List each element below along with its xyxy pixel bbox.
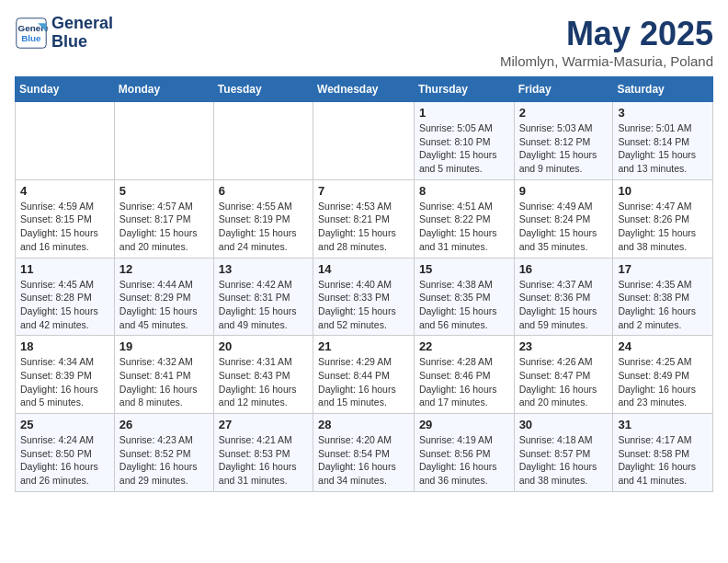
day-number: 19 — [119, 339, 209, 353]
day-number: 12 — [119, 262, 209, 276]
calendar-cell: 6Sunrise: 4:55 AM Sunset: 8:19 PM Daylig… — [213, 179, 313, 258]
day-info: Sunrise: 4:45 AM Sunset: 8:28 PM Dayligh… — [20, 278, 109, 332]
day-info: Sunrise: 4:55 AM Sunset: 8:19 PM Dayligh… — [219, 200, 308, 254]
logo-text: General Blue — [51, 15, 113, 52]
calendar-cell: 30Sunrise: 4:18 AM Sunset: 8:57 PM Dayli… — [514, 414, 613, 492]
day-info: Sunrise: 4:42 AM Sunset: 8:31 PM Dayligh… — [219, 278, 308, 332]
calendar-cell: 21Sunrise: 4:29 AM Sunset: 8:44 PM Dayli… — [313, 336, 415, 414]
calendar-cell: 24Sunrise: 4:25 AM Sunset: 8:49 PM Dayli… — [613, 336, 713, 414]
calendar-cell: 25Sunrise: 4:24 AM Sunset: 8:50 PM Dayli… — [16, 414, 115, 492]
day-header-friday: Friday — [514, 77, 613, 102]
calendar-cell: 2Sunrise: 5:03 AM Sunset: 8:12 PM Daylig… — [514, 102, 613, 180]
day-header-wednesday: Wednesday — [313, 77, 415, 102]
calendar-cell: 17Sunrise: 4:35 AM Sunset: 8:38 PM Dayli… — [613, 258, 713, 336]
day-number: 3 — [618, 106, 708, 120]
day-info: Sunrise: 5:01 AM Sunset: 8:14 PM Dayligh… — [618, 121, 708, 176]
day-info: Sunrise: 4:31 AM Sunset: 8:43 PM Dayligh… — [219, 355, 308, 409]
calendar-cell — [16, 102, 115, 180]
calendar-cell: 14Sunrise: 4:40 AM Sunset: 8:33 PM Dayli… — [313, 258, 415, 336]
day-info: Sunrise: 4:17 AM Sunset: 8:58 PM Dayligh… — [618, 433, 708, 488]
calendar-cell: 8Sunrise: 4:51 AM Sunset: 8:22 PM Daylig… — [414, 179, 514, 258]
day-info: Sunrise: 4:28 AM Sunset: 8:46 PM Dayligh… — [419, 355, 509, 409]
calendar-cell: 28Sunrise: 4:20 AM Sunset: 8:54 PM Dayli… — [313, 414, 415, 492]
calendar-cell: 31Sunrise: 4:17 AM Sunset: 8:58 PM Dayli… — [613, 414, 713, 492]
calendar-cell: 13Sunrise: 4:42 AM Sunset: 8:31 PM Dayli… — [213, 258, 313, 336]
day-info: Sunrise: 4:49 AM Sunset: 8:24 PM Dayligh… — [519, 200, 609, 254]
day-header-saturday: Saturday — [613, 77, 713, 102]
calendar-cell: 3Sunrise: 5:01 AM Sunset: 8:14 PM Daylig… — [613, 102, 713, 180]
day-header-sunday: Sunday — [16, 77, 115, 102]
calendar-table: SundayMondayTuesdayWednesdayThursdayFrid… — [15, 76, 713, 492]
day-number: 13 — [219, 262, 308, 276]
day-header-monday: Monday — [114, 77, 213, 102]
day-info: Sunrise: 4:29 AM Sunset: 8:44 PM Dayligh… — [318, 355, 409, 409]
logo-icon: General Blue — [15, 17, 48, 50]
calendar-cell: 19Sunrise: 4:32 AM Sunset: 8:41 PM Dayli… — [114, 336, 213, 414]
day-number: 9 — [519, 184, 609, 198]
day-info: Sunrise: 4:24 AM Sunset: 8:50 PM Dayligh… — [20, 433, 109, 488]
day-info: Sunrise: 4:40 AM Sunset: 8:33 PM Dayligh… — [318, 278, 409, 332]
day-info: Sunrise: 4:38 AM Sunset: 8:35 PM Dayligh… — [419, 278, 509, 332]
day-info: Sunrise: 4:57 AM Sunset: 8:17 PM Dayligh… — [119, 200, 209, 254]
day-number: 14 — [318, 262, 409, 276]
calendar-cell: 12Sunrise: 4:44 AM Sunset: 8:29 PM Dayli… — [114, 258, 213, 336]
calendar-cell: 22Sunrise: 4:28 AM Sunset: 8:46 PM Dayli… — [414, 336, 514, 414]
calendar-cell: 27Sunrise: 4:21 AM Sunset: 8:53 PM Dayli… — [213, 414, 313, 492]
calendar-cell: 1Sunrise: 5:05 AM Sunset: 8:10 PM Daylig… — [414, 102, 514, 180]
day-number: 15 — [419, 262, 509, 276]
day-number: 21 — [318, 339, 409, 353]
title-area: May 2025 Milomlyn, Warmia-Masuria, Polan… — [500, 15, 713, 69]
day-number: 1 — [419, 106, 509, 120]
day-info: Sunrise: 4:18 AM Sunset: 8:57 PM Dayligh… — [519, 433, 609, 488]
day-info: Sunrise: 4:47 AM Sunset: 8:26 PM Dayligh… — [618, 200, 708, 254]
day-info: Sunrise: 4:23 AM Sunset: 8:52 PM Dayligh… — [119, 433, 209, 488]
calendar-cell: 5Sunrise: 4:57 AM Sunset: 8:17 PM Daylig… — [114, 179, 213, 258]
calendar-cell: 29Sunrise: 4:19 AM Sunset: 8:56 PM Dayli… — [414, 414, 514, 492]
day-number: 8 — [419, 184, 509, 198]
day-number: 16 — [519, 262, 609, 276]
calendar-cell: 16Sunrise: 4:37 AM Sunset: 8:36 PM Dayli… — [514, 258, 613, 336]
day-number: 29 — [419, 418, 509, 431]
day-info: Sunrise: 4:25 AM Sunset: 8:49 PM Dayligh… — [618, 355, 708, 409]
day-info: Sunrise: 5:05 AM Sunset: 8:10 PM Dayligh… — [419, 121, 509, 176]
subtitle: Milomlyn, Warmia-Masuria, Poland — [500, 53, 713, 69]
day-info: Sunrise: 4:44 AM Sunset: 8:29 PM Dayligh… — [119, 278, 209, 332]
calendar-cell — [114, 102, 213, 180]
day-info: Sunrise: 4:21 AM Sunset: 8:53 PM Dayligh… — [219, 433, 308, 488]
day-number: 30 — [519, 418, 609, 431]
day-info: Sunrise: 4:59 AM Sunset: 8:15 PM Dayligh… — [20, 200, 109, 254]
day-info: Sunrise: 4:51 AM Sunset: 8:22 PM Dayligh… — [419, 200, 509, 254]
day-info: Sunrise: 4:20 AM Sunset: 8:54 PM Dayligh… — [318, 433, 409, 488]
calendar-cell: 18Sunrise: 4:34 AM Sunset: 8:39 PM Dayli… — [16, 336, 115, 414]
calendar-cell: 26Sunrise: 4:23 AM Sunset: 8:52 PM Dayli… — [114, 414, 213, 492]
header: General Blue General Blue May 2025 Milom… — [15, 15, 713, 69]
day-info: Sunrise: 4:53 AM Sunset: 8:21 PM Dayligh… — [318, 200, 409, 254]
day-info: Sunrise: 4:32 AM Sunset: 8:41 PM Dayligh… — [119, 355, 209, 409]
day-number: 10 — [618, 184, 708, 198]
calendar-cell — [213, 102, 313, 180]
day-info: Sunrise: 4:34 AM Sunset: 8:39 PM Dayligh… — [20, 355, 109, 409]
day-number: 22 — [419, 339, 509, 353]
day-number: 17 — [618, 262, 708, 276]
day-number: 4 — [20, 184, 109, 198]
calendar-cell: 7Sunrise: 4:53 AM Sunset: 8:21 PM Daylig… — [313, 179, 415, 258]
day-info: Sunrise: 4:26 AM Sunset: 8:47 PM Dayligh… — [519, 355, 609, 409]
calendar-cell — [313, 102, 415, 180]
day-number: 7 — [318, 184, 409, 198]
svg-text:Blue: Blue — [21, 33, 41, 43]
day-number: 20 — [219, 339, 308, 353]
day-number: 11 — [20, 262, 109, 276]
calendar-cell: 15Sunrise: 4:38 AM Sunset: 8:35 PM Dayli… — [414, 258, 514, 336]
logo: General Blue General Blue — [15, 15, 113, 52]
day-number: 28 — [318, 418, 409, 431]
day-info: Sunrise: 5:03 AM Sunset: 8:12 PM Dayligh… — [519, 121, 609, 176]
calendar-cell: 23Sunrise: 4:26 AM Sunset: 8:47 PM Dayli… — [514, 336, 613, 414]
calendar-cell: 11Sunrise: 4:45 AM Sunset: 8:28 PM Dayli… — [16, 258, 115, 336]
calendar-cell: 10Sunrise: 4:47 AM Sunset: 8:26 PM Dayli… — [613, 179, 713, 258]
day-header-thursday: Thursday — [414, 77, 514, 102]
day-number: 27 — [219, 418, 308, 431]
day-info: Sunrise: 4:19 AM Sunset: 8:56 PM Dayligh… — [419, 433, 509, 488]
day-number: 24 — [618, 339, 708, 353]
day-number: 31 — [618, 418, 708, 431]
calendar-cell: 9Sunrise: 4:49 AM Sunset: 8:24 PM Daylig… — [514, 179, 613, 258]
